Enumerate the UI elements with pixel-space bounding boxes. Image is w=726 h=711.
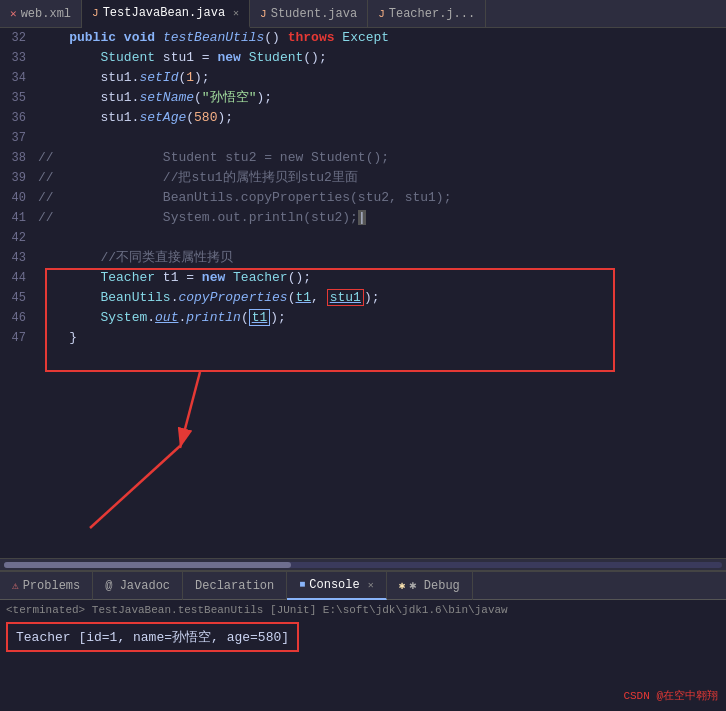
code-line-41: 41 // System.out.println(stu2);|: [0, 208, 726, 228]
panel-tab-bar: ⚠ Problems @ Javadoc Declaration ■ Conso…: [0, 572, 726, 600]
code-line-32: 32 public void testBeanUtils() throws Ex…: [0, 28, 726, 48]
line-content-47: }: [38, 328, 726, 348]
debug-label: ✱ Debug: [409, 578, 459, 593]
line-content-38: // Student stu2 = new Student();: [38, 148, 726, 168]
tab-label-student: Student.java: [271, 7, 357, 21]
code-line-40: 40 // BeanUtils.copyProperties(stu2, stu…: [0, 188, 726, 208]
tab-teacher[interactable]: J Teacher.j...: [368, 0, 486, 28]
line-content-32: public void testBeanUtils() throws Excep…: [38, 28, 726, 48]
tab-testjavabean[interactable]: J TestJavaBean.java ✕: [82, 0, 250, 28]
line-num-39: 39: [0, 168, 38, 188]
problems-label: Problems: [23, 579, 81, 593]
code-line-35: 35 stu1.setName("孙悟空");: [0, 88, 726, 108]
tab-close-icon[interactable]: ✕: [233, 7, 239, 19]
line-content-46: System.out.println(t1);: [38, 308, 726, 328]
tab-label-testjavabean: TestJavaBean.java: [103, 6, 225, 20]
panel-tab-problems[interactable]: ⚠ Problems: [0, 572, 93, 600]
code-line-44: 44 Teacher t1 = new Teacher();: [0, 268, 726, 288]
code-editor: 32 public void testBeanUtils() throws Ex…: [0, 28, 726, 558]
line-num-34: 34: [0, 68, 38, 88]
line-num-36: 36: [0, 108, 38, 128]
debug-icon: ✱: [399, 579, 406, 592]
tab-icon-web: ✕: [10, 7, 17, 20]
line-content-39: // //把stu1的属性拷贝到stu2里面: [38, 168, 726, 188]
svg-line-2: [90, 446, 180, 528]
horizontal-scrollbar[interactable]: [0, 558, 726, 570]
line-num-37: 37: [0, 128, 38, 148]
line-num-38: 38: [0, 148, 38, 168]
line-content-33: Student stu1 = new Student();: [38, 48, 726, 68]
javadoc-label: @ Javadoc: [105, 579, 170, 593]
code-line-47: 47 }: [0, 328, 726, 348]
line-num-47: 47: [0, 328, 38, 348]
line-num-33: 33: [0, 48, 38, 68]
code-line-43: 43 //不同类直接属性拷贝: [0, 248, 726, 268]
tab-student[interactable]: J Student.java: [250, 0, 368, 28]
code-line-42: 42: [0, 228, 726, 248]
code-line-39: 39 // //把stu1的属性拷贝到stu2里面: [0, 168, 726, 188]
line-content-40: // BeanUtils.copyProperties(stu2, stu1);: [38, 188, 726, 208]
panel-tab-console[interactable]: ■ Console ✕: [287, 572, 386, 600]
line-content-37: [38, 128, 726, 148]
console-header: <terminated> TestJavaBean.testBeanUtils …: [6, 604, 720, 616]
line-num-41: 41: [0, 208, 38, 228]
tab-label-web: web.xml: [21, 7, 71, 21]
line-content-36: stu1.setAge(580);: [38, 108, 726, 128]
line-num-40: 40: [0, 188, 38, 208]
line-content-44: Teacher t1 = new Teacher();: [38, 268, 726, 288]
watermark: CSDN @在空中翱翔: [623, 688, 718, 703]
line-num-42: 42: [0, 228, 38, 248]
console-close-icon[interactable]: ✕: [368, 579, 374, 591]
scrollbar-thumb[interactable]: [4, 562, 291, 568]
line-content-34: stu1.setId(1);: [38, 68, 726, 88]
tab-icon-teacher: J: [378, 8, 385, 20]
line-content-45: BeanUtils.copyProperties(t1, stu1);: [38, 288, 726, 308]
code-line-45: 45 BeanUtils.copyProperties(t1, stu1);: [0, 288, 726, 308]
line-num-32: 32: [0, 28, 38, 48]
declaration-label: Declaration: [195, 579, 274, 593]
scrollbar-track[interactable]: [4, 562, 722, 568]
tab-icon-student: J: [260, 8, 267, 20]
panel-tab-debug[interactable]: ✱ ✱ Debug: [387, 572, 473, 600]
code-line-36: 36 stu1.setAge(580);: [0, 108, 726, 128]
panel-tab-declaration[interactable]: Declaration: [183, 572, 287, 600]
console-label: Console: [309, 578, 359, 592]
code-line-33: 33 Student stu1 = new Student();: [0, 48, 726, 68]
line-content-42: [38, 228, 726, 248]
code-line-34: 34 stu1.setId(1);: [0, 68, 726, 88]
line-content-43: //不同类直接属性拷贝: [38, 248, 726, 268]
svg-line-1: [180, 372, 200, 448]
code-line-37: 37: [0, 128, 726, 148]
panel-tab-javadoc[interactable]: @ Javadoc: [93, 572, 183, 600]
line-content-41: // System.out.println(stu2);|: [38, 208, 726, 228]
tab-bar: ✕ web.xml J TestJavaBean.java ✕ J Studen…: [0, 0, 726, 28]
console-output: <terminated> TestJavaBean.testBeanUtils …: [0, 600, 726, 656]
line-num-44: 44: [0, 268, 38, 288]
tab-web-xml[interactable]: ✕ web.xml: [0, 0, 82, 28]
problems-icon: ⚠: [12, 579, 19, 592]
console-result: Teacher [id=1, name=孙悟空, age=580]: [6, 622, 299, 652]
tab-label-teacher: Teacher.j...: [389, 7, 475, 21]
code-line-46: 46 System.out.println(t1);: [0, 308, 726, 328]
line-num-45: 45: [0, 288, 38, 308]
line-num-35: 35: [0, 88, 38, 108]
console-icon: ■: [299, 579, 305, 590]
bottom-panel: ⚠ Problems @ Javadoc Declaration ■ Conso…: [0, 570, 726, 656]
line-num-46: 46: [0, 308, 38, 328]
code-line-38: 38 // Student stu2 = new Student();: [0, 148, 726, 168]
line-num-43: 43: [0, 248, 38, 268]
line-content-35: stu1.setName("孙悟空");: [38, 88, 726, 108]
tab-icon-java: J: [92, 7, 99, 19]
